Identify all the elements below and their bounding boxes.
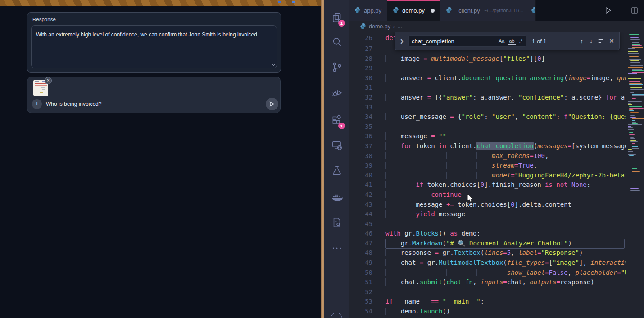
tab-label: demo.py	[402, 7, 425, 14]
add-attachment-button[interactable]: +	[32, 99, 42, 109]
run-dropdown-chevron-icon[interactable]	[619, 8, 624, 13]
breadcrumb[interactable]: demo.py › ...	[349, 21, 644, 32]
thumb-detail	[42, 89, 45, 90]
match-case-toggle[interactable]: Aa	[498, 38, 505, 44]
thumb-detail	[35, 83, 47, 84]
gradio-app-window: Response With an extremely high level of…	[0, 0, 321, 318]
find-widget: ❯ chat_completion Aa ab .* 1 of 1 ↑ ↓ ✕	[395, 32, 620, 50]
thumb-detail	[41, 87, 45, 88]
code-row: 44 yield message	[349, 209, 626, 219]
wallpaper-speck	[278, 1, 281, 3]
remove-attachment-button[interactable]: ×	[45, 77, 52, 84]
docker-icon[interactable]	[324, 186, 349, 208]
more-actions-icon[interactable]	[324, 237, 349, 259]
send-icon	[269, 101, 275, 107]
code-row: 32 answer = [{"answer": a.answer, "confi…	[349, 93, 626, 103]
code-row: 41 if token.choices[0].finish_reason is …	[349, 180, 626, 190]
tab-overflow-sliver[interactable]	[529, 0, 536, 21]
thumb-detail	[40, 92, 43, 93]
python-file-icon	[393, 7, 399, 14]
desktop-gap	[321, 0, 324, 318]
run-and-debug-icon[interactable]	[324, 82, 349, 104]
code-row: 54 demo.launch()	[349, 307, 626, 317]
code-row: 29	[349, 64, 626, 73]
minimap[interactable]	[626, 32, 644, 318]
activity-bar: 1 1	[324, 0, 349, 318]
python-file-icon	[354, 7, 361, 14]
python-file-icon	[360, 23, 366, 31]
extensions-icon[interactable]: 1	[324, 109, 349, 132]
find-results-count: 1 of 1	[532, 38, 575, 45]
code-row: 42 continue	[349, 190, 626, 200]
find-in-selection-icon[interactable]	[598, 38, 604, 44]
split-editor-icon[interactable]	[630, 6, 639, 14]
code-lines: 2728 image = multimodal_message["files"]…	[349, 44, 626, 318]
extensions-badge: 1	[338, 123, 345, 129]
multimodal-chat-input: × + Who is being invoiced?	[27, 77, 281, 113]
minimap-content	[628, 34, 644, 193]
testing-beaker-icon[interactable]	[324, 159, 349, 182]
remote-explorer-icon[interactable]	[324, 134, 349, 157]
tab-label: app.py	[364, 7, 381, 14]
response-label: Response	[32, 17, 56, 22]
thumb-detail	[35, 81, 39, 82]
breadcrumb-rest[interactable]: ...	[398, 23, 402, 30]
code-row: 48 response = gr.Textbox(lines=5, label=…	[349, 248, 626, 258]
code-row: 55	[349, 317, 626, 318]
code-row: 38 max_tokens=100,	[349, 151, 626, 161]
explorer-badge: 1	[338, 20, 345, 27]
response-textarea[interactable]: With an extremely high level of confiden…	[31, 25, 277, 68]
code-row: 52	[349, 287, 626, 297]
python-file-icon	[446, 7, 452, 14]
code-row: 30 answer = client.document_question_ans…	[349, 73, 626, 83]
code-row: 31	[349, 83, 626, 93]
send-button[interactable]	[266, 98, 278, 110]
whole-word-toggle[interactable]: ab	[508, 38, 515, 45]
code-row: 51 chat.submit(chat_fn, inputs=chat, out…	[349, 277, 626, 287]
tab-client-py[interactable]: _client.py ~/.../python3.11/...	[440, 0, 529, 21]
run-file-icon[interactable]	[603, 6, 612, 15]
regex-toggle[interactable]: .*	[518, 38, 523, 44]
find-query-text: chat_completion	[412, 38, 495, 45]
tab-path-hint: ~/.../python3.11/...	[484, 8, 524, 13]
code-row: 40 model="HuggingFaceH4/zephyr-7b-beta")	[349, 171, 626, 181]
code-row: 49 chat = gr.MultimodalTextbox(file_type…	[349, 258, 626, 268]
breadcrumb-separator: ›	[393, 24, 395, 29]
code-row: 33	[349, 103, 626, 113]
tab-bar: app.py demo.py _client.py ~/.../python3.…	[349, 0, 644, 21]
code-row: 37 for token in client.chat_completion(m…	[349, 141, 626, 151]
unsaved-dot	[431, 9, 435, 13]
tab-label: _client.py	[455, 7, 480, 14]
editor-actions	[536, 0, 644, 21]
account-icon[interactable]	[331, 313, 342, 318]
previous-match-icon[interactable]: ↑	[579, 37, 585, 45]
code-row: 34 user_message = {"role": "user", "cont…	[349, 112, 626, 122]
desktop-wallpaper-strip	[0, 0, 321, 6]
wallpaper-speck	[292, 1, 295, 3]
chat-input-text[interactable]: Who is being invoiced?	[46, 101, 101, 107]
close-find-icon[interactable]: ✕	[608, 37, 616, 45]
code-row: 53if __name__ == "__main__":	[349, 297, 626, 307]
search-icon[interactable]	[324, 31, 349, 53]
code-editor[interactable]: 2728 image = multimodal_message["files"]…	[349, 32, 644, 318]
code-row: 43 message += token.choices[0].delta.con…	[349, 200, 626, 210]
breadcrumb-file[interactable]: demo.py	[369, 23, 390, 30]
response-block: Response With an extremely high level of…	[27, 12, 281, 73]
response-text: With an extremely high level of confiden…	[36, 32, 259, 38]
resize-handle-icon[interactable]	[271, 62, 275, 67]
code-row: 50 show_label=False, placeholder="Upload…	[349, 268, 626, 278]
source-control-icon[interactable]	[324, 56, 349, 78]
expand-replace-chevron-icon[interactable]: ❯	[399, 38, 405, 44]
code-row: 35	[349, 122, 626, 132]
code-row: 45	[349, 219, 626, 229]
tools-file-gear-icon[interactable]	[324, 211, 349, 234]
code-row: 28 image = multimodal_message["files"][0…	[349, 54, 626, 64]
tab-demo-py[interactable]: demo.py	[387, 0, 440, 21]
tab-app-py[interactable]: app.py	[349, 0, 387, 21]
next-match-icon[interactable]: ↓	[588, 37, 594, 45]
code-row: 36 message = ""	[349, 132, 626, 141]
explorer-icon[interactable]: 1	[324, 6, 349, 29]
code-row: 46with gr.Blocks() as demo:	[349, 229, 626, 239]
python-file-icon	[531, 7, 536, 14]
find-input[interactable]: chat_completion Aa ab .*	[408, 35, 526, 47]
